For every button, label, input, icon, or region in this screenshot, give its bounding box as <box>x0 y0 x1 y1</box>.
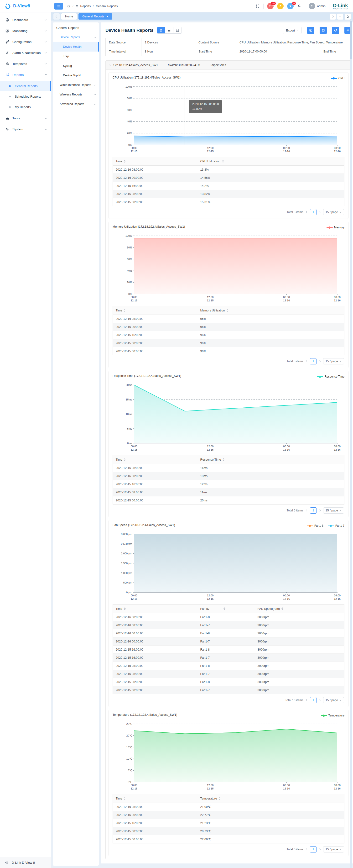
breadcrumb-home[interactable] <box>67 4 70 8</box>
sidebar-item-alarm-notification[interactable]: Alarm & Notification <box>0 47 51 58</box>
tree-item-syslog[interactable]: Syslog <box>53 61 99 71</box>
previous-page-button[interactable] <box>306 849 308 850</box>
scrollbar[interactable] <box>350 21 352 868</box>
previous-page-button[interactable] <box>306 510 308 511</box>
fan-speed-chart[interactable]: 0rpm500rpm1,000rpm1,500rpm2,000rpm2,500r… <box>114 530 343 603</box>
table-row[interactable]: 2020-12-16 00:00:0022.77℃ <box>113 811 345 819</box>
breadcrumb-reports[interactable]: Reports <box>75 4 91 8</box>
next-page-button[interactable] <box>319 849 321 850</box>
location-alerts-button[interactable]: 6 <box>287 3 294 9</box>
table-row[interactable]: 2020-12-16 00:00:00Fan1-73000rpm <box>113 638 345 646</box>
legend-item[interactable]: Memory <box>326 226 345 229</box>
table-row[interactable]: 2020-12-15 08:00:0011ms <box>113 488 345 496</box>
table-row[interactable]: 2020-12-16 08:00:00Fan1-83000rpm <box>113 613 345 621</box>
previous-page-button[interactable] <box>306 212 308 213</box>
page-number-button[interactable]: 1 <box>310 209 317 215</box>
sidebar-item-scheduled-reports[interactable]: Scheduled Reports <box>0 91 51 102</box>
sidebar-item-tools[interactable]: Tools <box>0 113 51 124</box>
table-row[interactable]: 2020-12-16 08:00:00Fan1-73000rpm <box>113 621 345 629</box>
close-all-tabs-button[interactable] <box>345 13 351 20</box>
legend-item[interactable]: Fan1-8 <box>307 524 323 527</box>
sidebar-item-configuration[interactable]: Configuration <box>0 36 51 47</box>
sort-icon[interactable] <box>223 608 225 610</box>
column-header-fan-id[interactable]: Fan ID <box>197 604 255 613</box>
table-row[interactable]: 2020-12-16 00:00:0014.56% <box>113 174 345 182</box>
refresh-button[interactable] <box>332 27 339 34</box>
sort-icon[interactable] <box>124 160 126 163</box>
cpu-utilization-chart[interactable]: 0%20%40%60%80%100%00:0012-1512:0012-1500… <box>114 82 343 155</box>
table-row[interactable]: 2020-12-15 16:00:00Fan1-83000rpm <box>113 646 345 654</box>
table-row[interactable]: 2020-12-16 00:00:0096% <box>113 323 345 331</box>
tab-menu-button[interactable] <box>337 13 343 20</box>
page-size-select[interactable]: 15 / page <box>323 697 344 703</box>
sidebar-footer-collapse[interactable]: D-Link D-View 8 <box>0 857 51 868</box>
view-chart-button[interactable] <box>165 27 173 33</box>
table-row[interactable]: 2020-12-15 00:00:0022.06℃ <box>113 835 345 843</box>
device-group-collapse[interactable]: 172.18.192.4/Sales_Access_SW1 <box>109 63 158 67</box>
page-size-select[interactable]: 15 / page <box>323 358 344 365</box>
response-time-chart[interactable]: 0ms5ms10ms15ms20ms00:0012-1512:0012-1500… <box>114 381 343 454</box>
alarm-notifications-button[interactable]: 26 <box>267 3 274 9</box>
save-report-button[interactable] <box>307 27 314 34</box>
page-size-select[interactable]: 15 / page <box>323 209 344 215</box>
page-number-button[interactable]: 1 <box>310 507 317 514</box>
view-chart-table-button[interactable] <box>157 27 165 33</box>
scrollbar-thumb[interactable] <box>350 21 352 59</box>
column-header-time[interactable]: Time <box>113 794 197 803</box>
column-header-time[interactable]: Time <box>113 604 197 613</box>
sort-icon[interactable] <box>226 309 228 312</box>
legend-item[interactable]: CPU <box>331 76 345 80</box>
sort-icon[interactable] <box>223 458 224 461</box>
column-header-value[interactable]: Response Time <box>197 455 345 464</box>
tree-item-device-top-n[interactable]: Device Top N <box>53 71 99 80</box>
table-row[interactable]: 2020-12-15 08:00:0096% <box>113 339 345 347</box>
sidebar-item-monitoring[interactable]: Monitoring <box>0 25 51 36</box>
column-header-value[interactable]: CPU Utilization <box>197 157 345 166</box>
tree-item-trap[interactable]: Trap <box>53 52 99 61</box>
tree-item-device-reports[interactable]: Device Reports <box>53 32 99 42</box>
memory-utilization-chart[interactable]: 0%20%40%60%80%100%00:0012-1512:0012-1500… <box>114 231 343 305</box>
sidebar-item-dashboard[interactable]: Dashboard <box>0 14 51 25</box>
sort-icon[interactable] <box>219 797 221 800</box>
table-row[interactable]: 2020-12-16 08:00:0013.8% <box>113 166 345 174</box>
page-size-select[interactable]: 15 / page <box>323 507 344 514</box>
export-button[interactable]: Export <box>283 27 301 34</box>
close-tab-icon[interactable] <box>106 16 108 18</box>
next-page-button[interactable] <box>319 361 321 362</box>
legend-item[interactable]: Fan1-7 <box>328 524 345 527</box>
sidebar-item-my-reports[interactable]: My Reports <box>0 102 51 112</box>
table-row[interactable]: 2020-12-15 08:00:0013.82% <box>113 190 345 198</box>
next-page-button[interactable] <box>319 510 321 511</box>
next-page-button[interactable] <box>319 700 321 701</box>
sidebar-collapse-button[interactable] <box>54 3 63 9</box>
page-number-button[interactable]: 1 <box>310 358 317 365</box>
sort-icon[interactable] <box>124 608 126 610</box>
page-size-select[interactable]: 15 / page <box>323 846 344 852</box>
tree-item-wireless-reports[interactable]: Wireless Reports <box>53 90 99 99</box>
table-row[interactable]: 2020-12-15 00:00:0020ms <box>113 496 345 504</box>
next-page-button[interactable] <box>319 212 321 213</box>
tree-item-device-health[interactable]: Device Health <box>53 42 99 52</box>
table-row[interactable]: 2020-12-15 08:00:0020.73℃ <box>113 827 345 835</box>
table-row[interactable]: 2020-12-15 00:00:00Fan1-83000rpm <box>113 678 345 686</box>
sort-icon[interactable] <box>282 608 283 610</box>
notifications-bell-button[interactable] <box>297 4 301 8</box>
tree-item-advanced-reports[interactable]: Advanced Reports <box>53 99 99 109</box>
column-header-value[interactable]: Memory Utilization <box>197 306 345 315</box>
table-row[interactable]: 2020-12-15 00:00:0096% <box>113 347 345 355</box>
legend-item[interactable]: Response Time <box>317 375 345 378</box>
sidebar-item-reports[interactable]: Reports <box>0 69 51 80</box>
page-number-button[interactable]: 1 <box>310 697 317 703</box>
table-row[interactable]: 2020-12-15 16:00:0096% <box>113 331 345 339</box>
table-row[interactable]: 2020-12-15 16:00:0021.23℃ <box>113 819 345 827</box>
tab-home[interactable]: Home <box>61 13 77 20</box>
table-row[interactable]: 2020-12-16 00:00:00Fan1-83000rpm <box>113 629 345 638</box>
fullscreen-icon[interactable] <box>256 4 260 8</box>
tab-scroll-left-button[interactable] <box>54 13 60 20</box>
previous-page-button[interactable] <box>306 700 308 701</box>
page-number-button[interactable]: 1 <box>310 846 317 852</box>
legend-item[interactable]: Temperature <box>321 714 345 717</box>
table-row[interactable]: 2020-12-16 08:00:0021.09℃ <box>113 803 345 811</box>
sort-icon[interactable] <box>124 458 126 461</box>
temperature-chart[interactable]: 0℃5℃10℃15℃20℃25℃00:0012-1512:0012-1500:0… <box>114 719 343 793</box>
